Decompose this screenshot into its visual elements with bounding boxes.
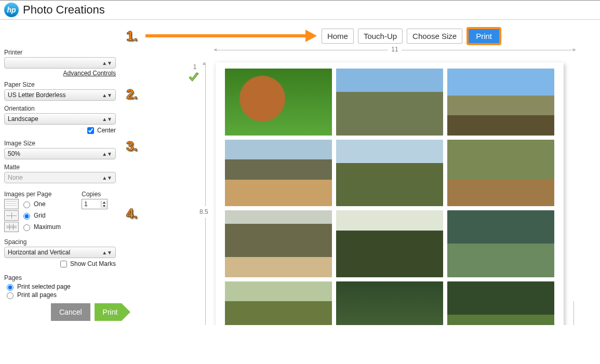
showcut-label: Show Cut Marks bbox=[70, 260, 116, 267]
print-sheet bbox=[216, 62, 564, 325]
center-checkbox[interactable] bbox=[87, 127, 94, 134]
ipp-one-radio[interactable] bbox=[23, 201, 30, 208]
photo-thumb[interactable] bbox=[225, 69, 332, 136]
spacing-select[interactable]: Horizontal and Vertical ▲▼ bbox=[4, 247, 116, 258]
caret-icon: ▲▼ bbox=[102, 60, 112, 66]
annotation-3: 3. bbox=[126, 138, 138, 154]
photo-thumb[interactable] bbox=[336, 140, 443, 207]
print-button[interactable]: Print bbox=[95, 303, 122, 321]
ipp-max-radio[interactable] bbox=[23, 224, 30, 231]
ipp-max-label: Maximum bbox=[34, 223, 61, 231]
matte-select[interactable]: None ▲▼ bbox=[4, 172, 116, 183]
matte-value: None bbox=[8, 174, 23, 181]
photo-thumb[interactable] bbox=[447, 140, 554, 207]
orientation-select[interactable]: Landscape ▲▼ bbox=[4, 113, 116, 125]
papersize-select[interactable]: US Letter Borderless ▲▼ bbox=[4, 89, 116, 101]
spacing-value: Horizontal and Vertical bbox=[8, 249, 70, 256]
ruler-cell-vertical: 2 bbox=[567, 301, 574, 325]
pages-all-radio[interactable] bbox=[7, 292, 14, 299]
ipp-max-icon bbox=[4, 222, 19, 232]
matte-label: Matte bbox=[4, 164, 122, 171]
imagesize-value: 50% bbox=[8, 150, 20, 157]
hp-logo-icon: hp bbox=[4, 3, 19, 17]
center-label: Center bbox=[97, 127, 116, 134]
photo-thumb[interactable] bbox=[447, 281, 554, 326]
app-title: Photo Creations bbox=[23, 3, 105, 17]
photo-thumb[interactable] bbox=[225, 281, 332, 326]
photo-thumb[interactable] bbox=[225, 210, 332, 277]
tab-print[interactable]: Print bbox=[469, 29, 499, 43]
photo-thumb[interactable] bbox=[336, 281, 443, 326]
spacing-label: Spacing bbox=[4, 238, 122, 246]
tab-touchup[interactable]: Touch-Up bbox=[358, 29, 403, 44]
page-number: 1 bbox=[191, 63, 199, 71]
ruler-horizontal: 11 bbox=[216, 50, 574, 58]
printer-select[interactable]: ▲▼ bbox=[4, 57, 116, 69]
ipp-one-icon bbox=[4, 199, 19, 209]
annotation-arrow-icon bbox=[145, 32, 317, 39]
caret-icon: ▲▼ bbox=[102, 92, 112, 98]
orientation-label: Orientation bbox=[4, 105, 122, 112]
caret-icon: ▲▼ bbox=[102, 116, 112, 122]
photo-thumb[interactable] bbox=[336, 210, 443, 277]
ipp-label: Images per Page bbox=[4, 191, 61, 198]
imagesize-select[interactable]: 50% ▲▼ bbox=[4, 148, 116, 159]
copies-stepper[interactable]: 1 ▲▼ bbox=[82, 199, 108, 209]
tab-choosesize[interactable]: Choose Size bbox=[407, 29, 462, 44]
pages-label: Pages bbox=[4, 274, 122, 281]
cancel-button[interactable]: Cancel bbox=[51, 303, 90, 321]
caret-icon: ▲▼ bbox=[102, 175, 112, 181]
photo-thumb[interactable] bbox=[225, 140, 332, 207]
step-up-icon[interactable]: ▲ bbox=[101, 200, 107, 204]
annotation-4: 4. bbox=[126, 206, 138, 222]
annotation-1: 1. bbox=[126, 28, 138, 44]
step-down-icon[interactable]: ▼ bbox=[101, 204, 107, 208]
papersize-label: Paper Size bbox=[4, 81, 122, 88]
ipp-grid-radio[interactable] bbox=[23, 213, 30, 220]
ipp-one-label: One bbox=[34, 200, 46, 208]
ipp-grid-icon bbox=[4, 210, 19, 221]
copies-label: Copies bbox=[82, 191, 108, 198]
showcut-checkbox[interactable] bbox=[60, 261, 67, 267]
pages-all-label: Print all pages bbox=[17, 291, 57, 299]
orientation-value: Landscape bbox=[8, 115, 38, 123]
ruler-vertical: 8.5 bbox=[205, 62, 214, 325]
pages-selected-radio[interactable] bbox=[7, 284, 14, 291]
advanced-controls-link[interactable]: Advanced Controls bbox=[63, 70, 116, 77]
caret-icon: ▲▼ bbox=[102, 250, 112, 255]
preview-pane: Home Touch-Up Choose Size Print 11 8.5 1 bbox=[127, 20, 600, 325]
settings-sidebar: Printer ▲▼ Advanced Controls Paper Size … bbox=[0, 20, 127, 325]
pages-selected-label: Print selected page bbox=[17, 283, 71, 290]
checkmark-icon bbox=[186, 72, 201, 83]
printer-label: Printer bbox=[4, 49, 122, 56]
copies-value: 1 bbox=[84, 200, 88, 208]
annotation-2: 2. bbox=[126, 86, 138, 102]
step-tabs: Home Touch-Up Choose Size Print bbox=[322, 27, 501, 45]
photo-thumb[interactable] bbox=[447, 210, 554, 277]
photo-thumb[interactable] bbox=[336, 69, 443, 136]
photo-thumb[interactable] bbox=[447, 69, 554, 136]
caret-icon: ▲▼ bbox=[102, 151, 112, 157]
title-bar: hp Photo Creations bbox=[0, 0, 600, 20]
ipp-grid-label: Grid bbox=[34, 212, 46, 219]
papersize-value: US Letter Borderless bbox=[8, 91, 65, 99]
imagesize-label: Image Size bbox=[4, 140, 122, 147]
tab-home[interactable]: Home bbox=[322, 29, 354, 44]
tab-print-highlight: Print bbox=[466, 27, 501, 45]
